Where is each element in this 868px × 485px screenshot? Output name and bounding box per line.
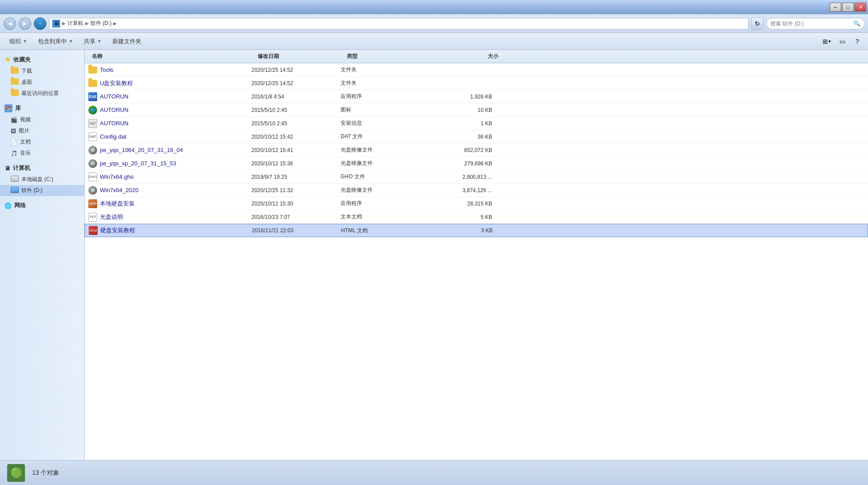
- sidebar-item-desktop[interactable]: 桌面: [0, 77, 84, 88]
- file-date: 2020/12/25 11:32: [251, 187, 341, 193]
- search-input[interactable]: [770, 21, 852, 27]
- col-type-header[interactable]: 类型: [347, 53, 427, 60]
- music-label: 音乐: [20, 149, 31, 157]
- file-name: Config.dat: [100, 133, 251, 140]
- desktop-folder-icon: [11, 78, 19, 86]
- organize-button[interactable]: 组织 ▼: [4, 35, 32, 48]
- table-row[interactable]: TXT 光盘说明 2016/10/23 7:07 文本文档 5 KB: [85, 210, 868, 224]
- sidebar-header-favorites[interactable]: ★ 收藏夹: [0, 53, 84, 66]
- sidebar-item-video[interactable]: 🎬 视频: [0, 114, 84, 125]
- file-size: 1,926 KB: [421, 94, 492, 100]
- organize-arrow: ▼: [23, 39, 27, 44]
- file-icon: [88, 66, 97, 74]
- table-row[interactable]: DAT Config.dat 2020/10/12 15:42 DAT 文件 3…: [85, 130, 868, 144]
- table-row[interactable]: GHO Win7x64.gho 2019/9/7 19:25 GHO 文件 2,…: [85, 170, 868, 184]
- file-type: 图标: [341, 106, 421, 114]
- file-date: 2015/5/10 2:45: [251, 107, 341, 113]
- sidebar-item-recent[interactable]: 最近访问的位置: [0, 88, 84, 99]
- file-date: 2020/10/12 15:42: [251, 134, 341, 140]
- table-row[interactable]: 💿 pe_yqs_xp_20_07_31_15_53 2020/10/12 15…: [85, 157, 868, 170]
- view-options-button[interactable]: ⊞ ▼: [821, 36, 833, 47]
- table-row[interactable]: INF AUTORUN 2015/5/10 2:45 安装信息 1 KB: [85, 117, 868, 130]
- breadcrumb-computer-label[interactable]: 计算机: [67, 20, 83, 27]
- refresh-button[interactable]: ↻: [751, 17, 764, 30]
- status-bar: 🟢 13 个对象: [0, 460, 868, 485]
- file-type: 应用程序: [341, 93, 421, 100]
- maximize-button[interactable]: □: [842, 3, 854, 12]
- file-icon: HTM: [89, 226, 98, 235]
- table-row[interactable]: APP 本地硬盘安装 2020/10/12 15:30 应用程序 28,315 …: [85, 197, 868, 210]
- sidebar-item-image[interactable]: 🖼 图片: [0, 125, 84, 136]
- sidebar-item-document[interactable]: 📄 文档: [0, 136, 84, 148]
- breadcrumb-drive-label[interactable]: 软件 (D:): [91, 20, 111, 27]
- file-size: 2,900,813 ...: [421, 174, 492, 180]
- archive-button[interactable]: 包含到库中 ▼: [33, 35, 78, 48]
- sidebar-header-computer[interactable]: 🖥 计算机: [0, 162, 84, 174]
- share-button[interactable]: 共享 ▼: [79, 35, 107, 48]
- up-button[interactable]: ↑: [34, 17, 46, 30]
- table-row[interactable]: 💿 Win7x64_2020 2020/12/25 11:32 光盘映像文件 3…: [85, 184, 868, 197]
- share-label: 共享: [84, 37, 95, 45]
- breadcrumb-sep2: ▶: [85, 21, 89, 26]
- breadcrumb[interactable]: 🖥 ▶ 计算机 ▶ 软件 (D:) ▶: [49, 18, 749, 29]
- forward-button[interactable]: ▶: [19, 17, 31, 30]
- sidebar-header-network[interactable]: 🌐 网络: [0, 200, 84, 211]
- file-size: 652,072 KB: [421, 147, 492, 153]
- view-icon: ⊞: [823, 38, 828, 45]
- file-type: 光盘映像文件: [341, 146, 421, 154]
- close-button[interactable]: ✕: [855, 3, 866, 12]
- preview-pane-button[interactable]: ▭: [836, 36, 848, 47]
- file-name: AUTORUN: [100, 120, 251, 127]
- file-type: 安装信息: [341, 119, 421, 127]
- downloads-label: 下载: [21, 67, 32, 75]
- toolbar-right: ⊞ ▼ ▭ ?: [821, 36, 864, 47]
- search-icon: 🔍: [853, 20, 860, 27]
- help-button[interactable]: ?: [851, 36, 864, 47]
- file-icon: INF: [88, 119, 97, 128]
- file-icon: 💿: [88, 186, 97, 195]
- sidebar-item-music[interactable]: 🎵 音乐: [0, 148, 84, 159]
- file-name: 光盘说明: [100, 213, 251, 221]
- sidebar-item-local-c[interactable]: 本地磁盘 (C:): [0, 174, 84, 185]
- file-size: 36 KB: [421, 134, 492, 140]
- sidebar-header-library[interactable]: 📚 库: [0, 103, 84, 114]
- table-row[interactable]: Tools 2020/12/25 14:52 文件夹: [85, 63, 868, 77]
- back-button[interactable]: ◀: [4, 17, 16, 30]
- file-type: DAT 文件: [341, 133, 421, 140]
- image-label: 图片: [19, 127, 29, 135]
- computer-icon: 🖥: [4, 165, 10, 172]
- table-row[interactable]: U盘安装教程 2020/12/25 14:52 文件夹: [85, 77, 868, 90]
- image-icon: 🖼: [11, 128, 16, 134]
- sidebar-section-favorites: ★ 收藏夹 下载 桌面 最近访问的位置: [0, 53, 84, 99]
- help-icon: ?: [856, 38, 859, 45]
- table-row[interactable]: HTM 硬盘安装教程 2016/11/21 22:03 HTML 文档 3 KB: [85, 224, 868, 237]
- sidebar-item-software-d[interactable]: 软件 (D:): [0, 185, 84, 196]
- title-bar: ─ □ ✕: [0, 0, 868, 14]
- table-row[interactable]: 🔷 AUTORUN 2015/5/10 2:45 图标 10 KB: [85, 103, 868, 117]
- file-type: 光盘映像文件: [341, 160, 421, 167]
- address-bar: ◀ ▶ ↑ 🖥 ▶ 计算机 ▶ 软件 (D:) ▶ ↻ 🔍: [0, 14, 868, 33]
- file-type: 光盘映像文件: [341, 186, 421, 194]
- file-icon: TXT: [88, 213, 97, 222]
- col-size-header[interactable]: 大小: [427, 53, 498, 60]
- minimize-button[interactable]: ─: [830, 3, 841, 12]
- sidebar-item-downloads[interactable]: 下载: [0, 66, 84, 77]
- music-icon: 🎵: [11, 150, 17, 156]
- library-icon: 📚: [4, 104, 12, 112]
- software-d-label: 软件 (D:): [21, 187, 42, 194]
- col-date-header[interactable]: 修改日期: [258, 53, 347, 60]
- file-date: 2015/5/10 2:45: [251, 120, 341, 127]
- refresh-icon: ↻: [755, 20, 760, 27]
- file-date: 2016/10/23 7:07: [251, 214, 341, 220]
- file-name: U盘安装教程: [100, 79, 251, 87]
- new-folder-button[interactable]: 新建文件夹: [107, 35, 146, 48]
- video-icon: 🎬: [11, 117, 17, 123]
- search-bar[interactable]: 🔍: [766, 18, 864, 29]
- table-row[interactable]: EXE AUTORUN 2016/1/8 4:54 应用程序 1,926 KB: [85, 90, 868, 103]
- file-icon: 💿: [88, 159, 97, 168]
- new-folder-label: 新建文件夹: [112, 37, 141, 45]
- col-name-header[interactable]: 名称: [88, 53, 258, 60]
- table-row[interactable]: 💿 pe_yqs_1064_20_07_31_16_04 2020/10/12 …: [85, 144, 868, 157]
- forward-icon: ▶: [23, 20, 27, 27]
- file-type: HTML 文档: [341, 227, 421, 234]
